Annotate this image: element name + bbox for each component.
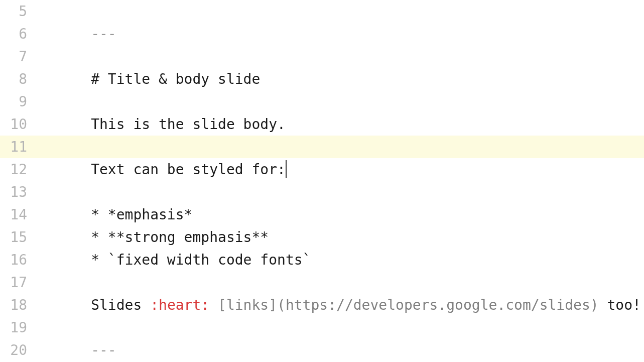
editor-line-active[interactable]: 11 Text can be styled for: (0, 136, 644, 158)
line-number: 7 (0, 45, 35, 68)
editor-line[interactable]: 19 --- (0, 316, 644, 339)
text (209, 297, 218, 313)
line-content[interactable]: --- (35, 316, 644, 362)
line-number: 19 (0, 316, 35, 339)
line-number: 12 (0, 158, 35, 181)
editor-line[interactable]: 15 * `fixed width code fonts` (0, 226, 644, 249)
editor-line[interactable]: 9 This is the slide body. (0, 90, 644, 113)
list-item-text: * `fixed width code fonts` (91, 252, 311, 268)
hr-marker: --- (91, 342, 116, 358)
line-number: 5 (0, 0, 35, 23)
emoji-code: :heart: (150, 297, 209, 313)
editor-line[interactable]: 17 Slides :heart: [links](https://develo… (0, 271, 644, 294)
line-number: 10 (0, 113, 35, 136)
code-editor[interactable]: 5 --- 6 7 # Title & body slide 8 9 This … (0, 0, 644, 362)
editor-line[interactable]: 7 # Title & body slide (0, 45, 644, 68)
line-number: 16 (0, 249, 35, 271)
line-number: 15 (0, 226, 35, 249)
editor-line[interactable]: 14 * **strong emphasis** (0, 203, 644, 226)
hr-marker: --- (91, 26, 116, 42)
heading-text: # Title & body slide (91, 71, 260, 87)
editor-line[interactable]: 5 --- (0, 0, 644, 23)
line-number: 9 (0, 90, 35, 113)
line-number: 11 (0, 136, 35, 158)
text: Text can be styled for: (91, 161, 286, 178)
line-number: 20 (0, 339, 35, 361)
editor-line[interactable]: 13 * *emphasis* (0, 181, 644, 203)
line-number: 6 (0, 23, 35, 45)
line-number: 8 (0, 68, 35, 90)
line-number: 18 (0, 294, 35, 316)
link-definition: [links](https://developers.google.com/sl… (218, 297, 599, 313)
line-number: 17 (0, 271, 35, 294)
text: too! (599, 297, 641, 313)
line-number: 14 (0, 203, 35, 226)
line-number: 13 (0, 181, 35, 203)
text: Slides (91, 297, 150, 313)
text: This is the slide body. (91, 116, 286, 133)
